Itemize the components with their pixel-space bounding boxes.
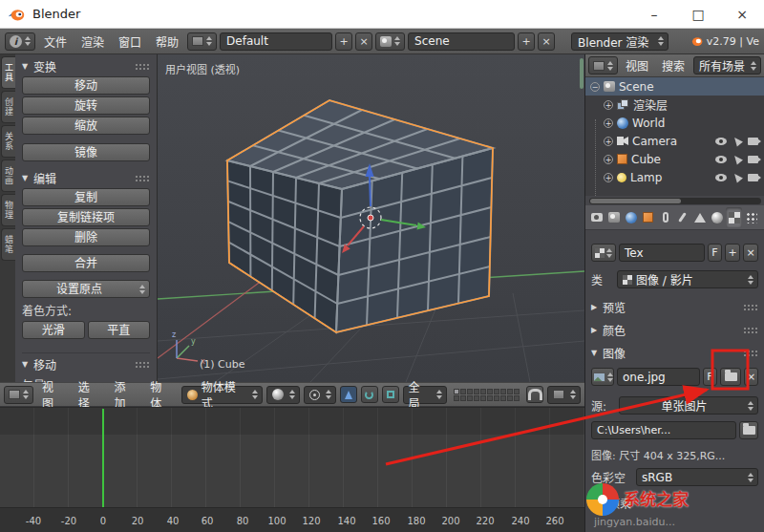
- shade-smooth-button[interactable]: 光滑: [22, 321, 85, 339]
- duplicate-button[interactable]: 复制: [22, 188, 150, 206]
- manipulator-rotate-toggle[interactable]: [361, 386, 378, 403]
- panel-header-image[interactable]: ▼ 图像: [591, 345, 758, 361]
- scene-name-field[interactable]: Scene: [408, 32, 515, 51]
- texture-browse-button[interactable]: [591, 244, 616, 262]
- tab-texture[interactable]: [726, 207, 742, 227]
- tab-physics[interactable]: 物理: [1, 194, 15, 226]
- transform-orientation-select[interactable]: 全局: [403, 386, 448, 404]
- manipulator-translate-toggle[interactable]: [340, 386, 357, 403]
- menu-object[interactable]: 物体: [145, 378, 178, 411]
- tab-constraints[interactable]: [657, 207, 673, 227]
- visibility-eye-icon[interactable]: [715, 174, 727, 181]
- render-camera-icon[interactable]: [748, 138, 758, 145]
- image-path-field[interactable]: C:\Users\her...: [591, 421, 736, 439]
- rotate-button[interactable]: 旋转: [22, 96, 150, 115]
- snap-toggle[interactable]: [526, 386, 543, 403]
- outliner-row-camera[interactable]: + Camera: [585, 132, 764, 150]
- mode-select[interactable]: 物体模式: [181, 386, 263, 404]
- tab-scene[interactable]: [605, 207, 622, 227]
- editor-type-button[interactable]: i: [5, 32, 35, 51]
- tab-relations[interactable]: 关系: [1, 125, 15, 158]
- tab-object[interactable]: [640, 207, 656, 227]
- expand-icon[interactable]: +: [604, 173, 613, 182]
- delete-scene-button[interactable]: ×: [538, 32, 555, 51]
- unlink-texture-button[interactable]: ×: [743, 244, 758, 262]
- outliner-menu-view[interactable]: 视图: [620, 57, 654, 74]
- region-scroll-indicator[interactable]: [580, 58, 584, 89]
- expand-icon[interactable]: +: [604, 100, 613, 110]
- panel-grip-icon[interactable]: [135, 361, 150, 369]
- expand-icon[interactable]: +: [604, 155, 613, 164]
- maximize-button[interactable]: □: [676, 0, 720, 28]
- scene-icon-button[interactable]: [375, 32, 405, 51]
- tab-render[interactable]: [588, 207, 605, 227]
- render-camera-icon[interactable]: [748, 174, 758, 181]
- open-image-button[interactable]: [720, 368, 741, 386]
- visibility-eye-icon[interactable]: [715, 138, 727, 145]
- screen-layout-field[interactable]: Default: [220, 32, 332, 51]
- image-browse-button[interactable]: [591, 368, 614, 386]
- mirror-button[interactable]: 镜像: [22, 143, 150, 161]
- tab-tools[interactable]: 工具: [1, 56, 15, 89]
- menu-add[interactable]: 添加: [109, 378, 141, 411]
- add-scene-button[interactable]: +: [518, 32, 535, 51]
- tab-grease-pencil[interactable]: 蜡笔: [1, 228, 15, 261]
- new-texture-button[interactable]: +: [725, 244, 740, 262]
- expand-icon[interactable]: +: [604, 118, 613, 128]
- pivot-select[interactable]: [304, 386, 336, 404]
- menu-render[interactable]: 渲染: [75, 33, 110, 50]
- outliner-editor-type-button[interactable]: [588, 56, 618, 74]
- image-name-field[interactable]: one.jpg: [617, 368, 700, 386]
- panel-grip-icon[interactable]: [135, 175, 150, 182]
- panel-header-preview[interactable]: ▶ 预览: [591, 299, 758, 315]
- scrollbar-thumb[interactable]: [590, 199, 681, 203]
- outliner-row-scene[interactable]: − Scene: [585, 77, 764, 96]
- join-button[interactable]: 合并: [22, 254, 150, 272]
- visibility-eye-icon[interactable]: [715, 156, 727, 163]
- set-origin-dropdown[interactable]: 设置原点: [22, 280, 150, 298]
- screen-layout-icon-button[interactable]: [187, 32, 217, 51]
- selectability-cursor-icon[interactable]: [732, 171, 743, 182]
- viewport-3d[interactable]: x y z 用户视图 (透视) (1) Cube: [158, 54, 584, 382]
- snap-element-select[interactable]: [547, 386, 581, 404]
- tab-material[interactable]: [709, 207, 725, 227]
- panel-header-edit[interactable]: ▼ 编辑: [22, 170, 150, 186]
- panel-grip-icon[interactable]: [743, 350, 758, 357]
- render-engine-select[interactable]: Blender 渲染: [571, 32, 668, 51]
- browse-path-button[interactable]: [739, 421, 758, 439]
- selectability-cursor-icon[interactable]: [732, 135, 743, 146]
- viewport-shading-select[interactable]: [266, 386, 300, 404]
- texture-type-select[interactable]: 图像 / 影片: [617, 270, 758, 288]
- image-source-select[interactable]: 单张图片: [619, 396, 758, 415]
- outliner-row-world[interactable]: + World: [585, 114, 764, 132]
- viewport-editor-type-button[interactable]: [4, 386, 33, 404]
- layer-buttons[interactable]: [454, 389, 520, 401]
- panel-header-colors[interactable]: ▶ 颜色: [591, 322, 758, 338]
- menu-file[interactable]: 文件: [38, 33, 73, 50]
- expand-icon[interactable]: +: [604, 137, 613, 146]
- panel-header-redo-move[interactable]: ▼ 移动: [22, 356, 150, 372]
- image-fake-user-button[interactable]: F: [703, 368, 717, 386]
- outliner-menu-search[interactable]: 搜索: [656, 57, 690, 74]
- render-camera-icon[interactable]: [748, 156, 758, 163]
- delete-layout-button[interactable]: ×: [355, 32, 372, 51]
- outliner-row-lamp[interactable]: + Lamp: [585, 168, 764, 186]
- close-button[interactable]: ×: [720, 0, 764, 28]
- selectability-cursor-icon[interactable]: [732, 153, 743, 164]
- tab-world[interactable]: [623, 207, 639, 227]
- panel-grip-icon[interactable]: [743, 304, 758, 311]
- minimize-button[interactable]: –: [632, 0, 676, 28]
- delete-button[interactable]: 删除: [22, 228, 150, 246]
- timeline-ruler[interactable]: -40 -20 0 20 40 60 80 100 120 140 160 18…: [0, 507, 584, 532]
- move-button[interactable]: 移动: [22, 76, 150, 95]
- panel-grip-icon[interactable]: [743, 327, 758, 334]
- timeline-editor[interactable]: -40 -20 0 20 40 60 80 100 120 140 160 18…: [0, 407, 584, 532]
- tab-data[interactable]: [691, 207, 708, 227]
- tab-modifiers[interactable]: [674, 207, 690, 227]
- duplicate-linked-button[interactable]: 复制链接项: [22, 208, 150, 226]
- texture-name-field[interactable]: Tex: [619, 244, 705, 262]
- fake-user-button[interactable]: F: [708, 244, 722, 262]
- outliner-filter-select[interactable]: 所有场景: [693, 56, 761, 74]
- tab-create[interactable]: 创建: [1, 91, 15, 123]
- tab-animation[interactable]: 动画: [1, 160, 15, 192]
